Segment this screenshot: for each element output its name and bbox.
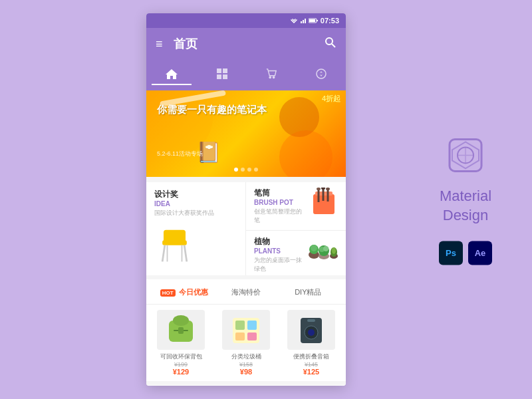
cat-plant-desc: 为您的桌面添一抹绿色 (254, 256, 302, 273)
material-design-logo (444, 134, 487, 176)
svg-rect-49 (235, 321, 245, 330)
sorter-name: 分类垃圾桶 (231, 352, 261, 361)
category-right: 笔筒 BRUSH POT 创意笔筒整理您的笔 (246, 182, 346, 275)
svg-point-40 (323, 246, 329, 251)
svg-point-8 (326, 38, 332, 45)
category-plants[interactable]: 植物 PLANTS 为您的桌面添一抹绿色 (246, 231, 346, 279)
svg-rect-2 (301, 21, 302, 23)
deal-item-backpack[interactable]: 可回收环保背包 ¥199 ¥129 (150, 310, 211, 376)
app-bar: ≡ 首页 (146, 28, 346, 60)
tab-cart[interactable] (252, 64, 291, 85)
svg-point-31 (317, 188, 321, 190)
deal-section: HOT 今日优惠 海淘特价 DIY精品 (146, 279, 346, 381)
deal-header: HOT 今日优惠 海淘特价 DIY精品 (146, 279, 346, 305)
svg-line-22 (162, 245, 165, 261)
svg-point-55 (308, 329, 315, 336)
banner[interactable]: 4折起 你需要一只有趣的笔记本 📔 5.2-6.11活动专场 (146, 90, 346, 177)
svg-rect-56 (307, 319, 315, 322)
battery-icon (309, 18, 318, 23)
dot-3[interactable] (247, 168, 251, 172)
svg-point-36 (311, 245, 317, 251)
cat-brush-badge: BRUSH POT (254, 199, 305, 206)
svg-rect-6 (317, 20, 318, 21)
svg-rect-11 (217, 68, 221, 73)
backpack-image (157, 310, 205, 350)
svg-rect-52 (247, 332, 257, 340)
tab-grid[interactable] (203, 64, 241, 85)
phone-mockup: 07:53 ≡ 首页 (146, 13, 346, 386)
svg-rect-21 (164, 229, 186, 241)
dot-4[interactable] (254, 168, 258, 172)
speaker-price: ¥125 (303, 368, 319, 376)
svg-point-17 (317, 69, 326, 78)
tab-discover[interactable] (302, 64, 340, 85)
wifi-icon (300, 18, 307, 23)
search-icon[interactable] (325, 37, 336, 52)
backpack-name: 可回收环保背包 (160, 352, 202, 361)
cat-design-badge: IDEA (154, 200, 237, 207)
tab-home[interactable] (152, 64, 192, 85)
svg-marker-18 (320, 71, 323, 73)
deal-tab-overseas[interactable]: 海淘特价 (215, 285, 277, 300)
brush-pot-image (310, 188, 338, 218)
svg-point-33 (326, 188, 330, 190)
svg-point-16 (273, 76, 275, 78)
tab-bar (146, 60, 346, 90)
svg-rect-51 (235, 332, 245, 340)
svg-rect-50 (247, 321, 257, 330)
deal-items: 可回收环保背包 ¥199 ¥129 分类 (146, 305, 346, 381)
category-section: 设计奖 IDEA 国际设计大赛获奖作品 (146, 182, 346, 275)
deal-tab-today[interactable]: HOT 今日优惠 (153, 285, 215, 300)
svg-rect-13 (217, 74, 221, 79)
speaker-old-price: ¥145 (305, 361, 318, 368)
cat-design-title: 设计奖 (154, 189, 237, 200)
category-design-award[interactable]: 设计奖 IDEA 国际设计大赛获奖作品 (146, 182, 246, 275)
ps-icon: Ps (439, 241, 463, 265)
svg-marker-19 (320, 74, 323, 76)
sorter-price: ¥98 (240, 368, 252, 376)
status-time: 07:53 (321, 17, 339, 25)
app-icons-row: Ps Ae (439, 241, 492, 265)
dot-2[interactable] (241, 168, 245, 172)
deal-tab-diy[interactable]: DIY精品 (277, 285, 339, 300)
plants-image (307, 236, 338, 267)
deal-item-speaker[interactable]: 便携折叠音箱 ¥145 ¥125 (281, 310, 342, 376)
svg-point-45 (173, 315, 189, 326)
signal-icon (290, 18, 298, 23)
chair-image (154, 223, 194, 269)
svg-line-23 (184, 245, 187, 261)
svg-rect-12 (223, 68, 227, 73)
svg-rect-4 (305, 19, 306, 23)
app-title: 首页 (174, 36, 325, 52)
speaker-image (287, 310, 335, 350)
menu-icon[interactable]: ≡ (156, 37, 163, 51)
ae-icon: Ae (468, 241, 492, 265)
svg-point-15 (269, 76, 272, 78)
cat-plant-title: 植物 (254, 236, 302, 247)
status-icons (290, 18, 318, 23)
cat-plant-badge: PLANTS (254, 247, 302, 255)
material-design-title: MaterialDesign (440, 187, 491, 225)
banner-discount: 4折起 (322, 94, 340, 104)
speaker-name: 便携折叠音箱 (293, 352, 329, 361)
svg-line-9 (332, 44, 335, 47)
category-brush-pot[interactable]: 笔筒 BRUSH POT 创意笔筒整理您的笔 (246, 182, 346, 231)
status-bar: 07:53 (146, 13, 346, 28)
dot-1[interactable] (234, 168, 238, 172)
recommend-section: 为您推荐 创意餐盘 红点奖 HOT 智能情感灯 评奖 (146, 385, 346, 386)
svg-point-43 (332, 247, 336, 254)
banner-sub-text: 5.2-6.11活动专场 (157, 150, 203, 158)
svg-marker-10 (166, 69, 178, 79)
cat-brush-title: 笔筒 (254, 188, 305, 199)
svg-rect-7 (309, 19, 315, 22)
sorter-image (222, 310, 270, 350)
backpack-price: ¥129 (173, 368, 189, 376)
svg-rect-47 (178, 327, 184, 334)
cat-brush-desc: 创意笔筒整理您的笔 (254, 207, 305, 225)
svg-rect-14 (223, 74, 227, 79)
backpack-old-price: ¥199 (174, 361, 188, 368)
sorter-old-price: ¥158 (239, 361, 253, 368)
svg-rect-3 (303, 20, 304, 23)
deal-item-sorter[interactable]: 分类垃圾桶 ¥158 ¥98 (215, 310, 277, 376)
banner-main-text: 你需要一只有趣的笔记本 (157, 104, 267, 116)
